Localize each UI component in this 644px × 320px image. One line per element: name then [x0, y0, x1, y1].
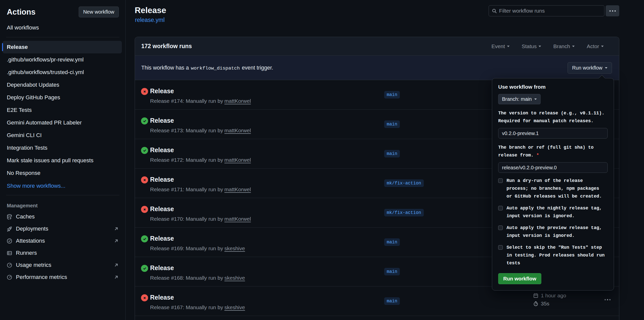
banner-text-after: event trigger.: [242, 65, 273, 71]
run-time: 1 hour ago: [541, 293, 566, 299]
ref-input[interactable]: [498, 162, 608, 173]
sidebar-workflow-item[interactable]: Gemini CLI CI: [3, 129, 122, 142]
selected-indicator: [2, 43, 3, 51]
workflow-file-link[interactable]: release.yml: [135, 17, 165, 23]
run-options-kebab-button[interactable]: [605, 299, 611, 300]
actor-link[interactable]: mattKorwel: [225, 216, 251, 222]
server-icon: [7, 250, 12, 256]
run-status-icon: [141, 235, 148, 242]
external-link-icon: [114, 275, 119, 280]
branch-selector-button[interactable]: Branch: main: [498, 94, 541, 104]
run-meta: 1 hour ago 35s: [533, 292, 566, 308]
filter-event-dropdown[interactable]: Event: [491, 43, 510, 49]
sidebar-workflow-item[interactable]: .github/workflows/trusted-ci.yml: [3, 66, 122, 79]
workflow-nav-list: Release .github/workflows/pr-review.yml …: [0, 40, 125, 179]
run-title-link[interactable]: Release: [150, 117, 174, 124]
sidebar-item-caches[interactable]: Caches: [0, 211, 125, 223]
run-workflow-popup: Use workflow from Branch: main The versi…: [492, 78, 614, 291]
next-row-edge: [135, 316, 619, 320]
stopwatch-icon: [533, 301, 539, 306]
workflow-option-checkbox-row[interactable]: Select to skip the "Run Tests" step in t…: [498, 244, 608, 267]
run-status-icon: [141, 206, 148, 213]
run-title-link[interactable]: Release: [150, 205, 174, 213]
sidebar-item-usage-metrics[interactable]: Usage metrics: [0, 259, 125, 271]
checkbox[interactable]: [498, 245, 503, 250]
filter-workflow-runs-input[interactable]: [499, 8, 601, 14]
filter-actor-dropdown[interactable]: Actor: [587, 43, 604, 49]
sidebar-item-label: Caches: [16, 213, 35, 220]
checkbox-label: Run a dry-run of the release process; no…: [507, 177, 607, 200]
actor-link[interactable]: mattKorwel: [225, 127, 251, 133]
sidebar-item-performance-metrics[interactable]: Performance metrics: [0, 271, 125, 283]
calendar-icon: [533, 293, 539, 298]
sidebar-item-label: Attestations: [16, 238, 45, 244]
sidebar-workflow-item[interactable]: Deploy GitHub Pages: [3, 91, 122, 104]
checkbox-label: Auto apply the preview release tag, inpu…: [507, 224, 607, 240]
x-icon: [143, 89, 147, 94]
checkbox[interactable]: [498, 178, 503, 183]
sidebar-item-deployments[interactable]: Deployments: [0, 223, 125, 235]
workflow-runs-count: 172 workflow runs: [141, 43, 192, 50]
sidebar-workflow-item[interactable]: Mark stale issues and pull requests: [3, 154, 122, 167]
actor-link[interactable]: skeshive: [225, 245, 245, 251]
sidebar-workflow-item[interactable]: E2E Tests: [3, 104, 122, 116]
run-title-link[interactable]: Release: [150, 264, 174, 272]
new-workflow-button[interactable]: New workflow: [79, 7, 119, 17]
ref-input-label: The branch or ref (full git sha) to rele…: [498, 144, 608, 159]
actor-link[interactable]: skeshive: [225, 275, 245, 281]
sidebar-workflow-item[interactable]: Integration Tests: [3, 142, 122, 154]
branch-pill[interactable]: mk/fix-action: [384, 179, 424, 187]
workflow-options-kebab-button[interactable]: [606, 5, 619, 16]
run-title-link[interactable]: Release: [150, 235, 174, 242]
actor-link[interactable]: skeshive: [225, 304, 245, 310]
chevron-down-icon: [534, 99, 537, 100]
sidebar-workflow-item[interactable]: Release: [3, 41, 122, 53]
chevron-down-icon: [507, 46, 510, 47]
external-link-icon: [114, 226, 119, 231]
branch-pill[interactable]: main: [384, 150, 400, 157]
sidebar-item-attestations[interactable]: Attestations: [0, 235, 125, 247]
run-title-link[interactable]: Release: [150, 294, 174, 301]
page-title: Release: [135, 6, 166, 15]
sidebar-workflow-item[interactable]: Dependabot Updates: [3, 79, 122, 91]
actor-link[interactable]: mattKorwel: [225, 157, 251, 163]
sidebar-workflow-item[interactable]: .github/workflows/pr-review.yml: [3, 53, 122, 66]
external-link-icon: [114, 238, 119, 243]
run-title-link[interactable]: Release: [150, 146, 174, 154]
workflow-option-checkbox-row[interactable]: Run a dry-run of the release process; no…: [498, 177, 608, 200]
branch-pill[interactable]: main: [384, 238, 400, 246]
sidebar-item-label: Performance metrics: [16, 274, 67, 280]
workflow-run-row[interactable]: Release Release #167: Manually run byske…: [135, 286, 619, 316]
run-subtitle: Release #174: Manually run bymattKorwel: [150, 98, 251, 104]
x-icon: [143, 207, 147, 212]
x-icon: [143, 296, 147, 300]
check-icon: [143, 119, 147, 123]
branch-pill[interactable]: main: [384, 91, 400, 99]
workflow-option-checkbox-row[interactable]: Auto apply the nightly release tag, inpu…: [498, 204, 608, 220]
branch-pill[interactable]: mk/fix-action: [384, 209, 424, 216]
sidebar-workflow-item[interactable]: No Response: [3, 167, 122, 179]
branch-pill[interactable]: main: [384, 297, 400, 305]
sidebar-item-runners[interactable]: Runners: [0, 247, 125, 259]
workflow-option-checkbox-row[interactable]: Auto apply the preview release tag, inpu…: [498, 224, 608, 240]
checkbox[interactable]: [498, 206, 503, 210]
sidebar-item-all-workflows[interactable]: All workflows: [0, 21, 125, 35]
version-input[interactable]: [498, 128, 608, 139]
run-title-link[interactable]: Release: [150, 87, 174, 95]
filter-branch-dropdown[interactable]: Branch: [553, 43, 575, 49]
chevron-down-icon: [601, 46, 604, 47]
show-more-workflows-link[interactable]: Show more workflows...: [0, 179, 125, 193]
checkbox-label: Select to skip the "Run Tests" step in t…: [507, 244, 607, 267]
checkbox[interactable]: [498, 226, 503, 230]
run-status-icon: [141, 88, 148, 95]
branch-pill[interactable]: main: [384, 268, 400, 275]
run-title-link[interactable]: Release: [150, 176, 174, 183]
actor-link[interactable]: mattKorwel: [225, 186, 251, 192]
filter-status-dropdown[interactable]: Status: [522, 43, 541, 49]
run-workflow-submit-button[interactable]: Run workflow: [498, 273, 541, 284]
run-workflow-dropdown-button[interactable]: Run workflow: [568, 62, 612, 74]
chevron-down-icon: [572, 46, 575, 47]
branch-pill[interactable]: main: [384, 120, 400, 128]
sidebar-workflow-item[interactable]: Gemini Automated PR Labeler: [3, 116, 122, 129]
actor-link[interactable]: mattKorwel: [225, 98, 251, 104]
